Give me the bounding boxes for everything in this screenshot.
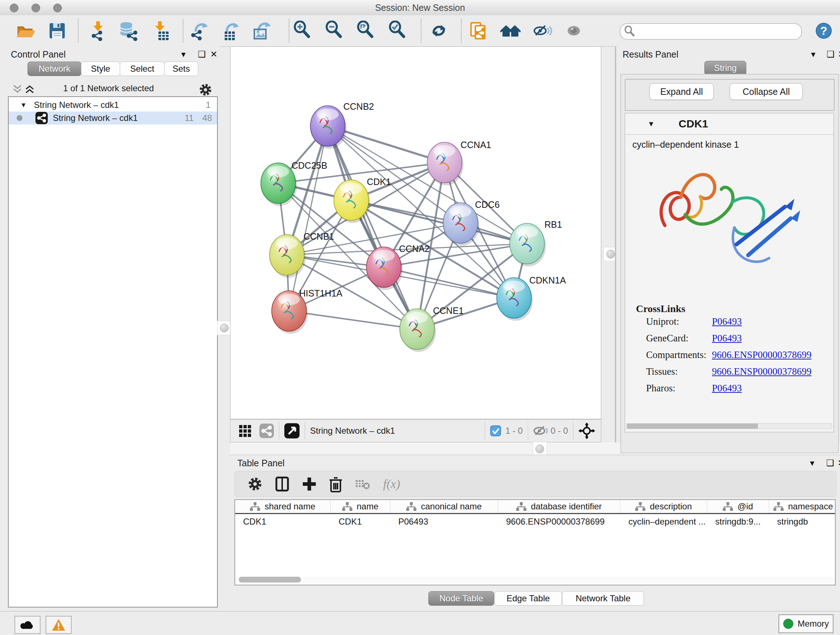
results-panel-close-icon[interactable]: ✕ xyxy=(836,49,840,59)
network-collection-row[interactable]: ▼ String Network – cdk1 1 xyxy=(9,98,217,111)
tab-node-table[interactable]: Node Table xyxy=(428,591,494,606)
table-cell[interactable]: stringdb:9... xyxy=(707,516,769,527)
zoom-fit-icon[interactable] xyxy=(356,20,377,41)
control-panel-float-icon[interactable]: ▾ xyxy=(178,49,189,59)
tab-edge-table[interactable]: Edge Table xyxy=(494,591,562,606)
network-single-view-icon[interactable] xyxy=(259,424,274,438)
tab-sets[interactable]: Sets xyxy=(164,62,198,76)
crosslink-link[interactable]: 9606.ENSP00000378699 xyxy=(712,366,812,377)
search-input[interactable] xyxy=(638,26,801,37)
show-columns-icon[interactable] xyxy=(275,476,290,492)
table-header-row[interactable]: shared namenamecanonical namedatabase id… xyxy=(235,500,835,514)
column-header-canonical-name[interactable]: canonical name xyxy=(390,500,498,513)
function-builder-icon: f(x) xyxy=(383,477,400,491)
export-image-icon[interactable] xyxy=(251,20,272,41)
column-header-name[interactable]: name xyxy=(331,500,390,513)
tab-string[interactable]: String xyxy=(704,61,746,75)
expand-all-networks-icon[interactable] xyxy=(25,84,35,94)
network-node-cdkn1a[interactable]: CDKN1A xyxy=(497,275,566,321)
column-header--id[interactable]: @id xyxy=(707,500,769,513)
network-grid-view-icon[interactable] xyxy=(238,424,253,438)
search-box[interactable] xyxy=(620,23,802,40)
table-cell[interactable]: 9606.ENSP00000378699 xyxy=(498,516,621,527)
table-panel-close-icon[interactable]: ✕ xyxy=(836,458,840,468)
tab-network[interactable]: Network xyxy=(27,62,81,76)
zoom-out-icon[interactable] xyxy=(325,20,346,41)
first-neighbors-icon[interactable] xyxy=(500,20,521,41)
network-row-selected[interactable]: String Network – cdk1 11 48 xyxy=(9,111,217,125)
cloud-status-button[interactable] xyxy=(14,616,41,634)
expand-all-button[interactable]: Expand All xyxy=(649,83,714,100)
delete-column-icon[interactable] xyxy=(329,476,343,492)
network-node-ccne1[interactable]: CCNE1 xyxy=(400,306,464,352)
table-options-gear-icon[interactable] xyxy=(247,476,263,492)
table-row[interactable]: CDK1CDK1P064939606.ENSP00000378699cyclin… xyxy=(235,514,835,529)
results-panel-maximize-icon[interactable]: ❑ xyxy=(825,49,836,59)
network-node-ccnb1[interactable]: CCNB1 xyxy=(270,231,334,278)
hide-selected-icon[interactable] xyxy=(532,20,553,41)
network-node-cdk1[interactable]: CDK1 xyxy=(334,177,391,223)
horizontal-splitter-handle[interactable] xyxy=(532,442,547,456)
warnings-button[interactable] xyxy=(46,616,72,634)
crosslink-link[interactable]: P06493 xyxy=(712,333,742,344)
delete-table-icon xyxy=(355,478,371,490)
export-network-icon[interactable] xyxy=(188,20,209,41)
results-panel: Results Panel ▾ ❑ ✕ String Expand All Co… xyxy=(615,46,840,442)
import-database-icon[interactable] xyxy=(118,20,139,41)
tab-style[interactable]: Style xyxy=(81,62,120,76)
table-cell[interactable]: CDK1 xyxy=(331,516,390,527)
show-all-icon[interactable] xyxy=(563,20,584,41)
entry-expander-icon[interactable]: ▼ xyxy=(647,120,655,128)
table-cell[interactable]: stringdb xyxy=(769,516,836,527)
add-column-icon[interactable] xyxy=(302,476,317,492)
results-panel-float-icon[interactable]: ▾ xyxy=(808,49,819,59)
clone-network-icon[interactable] xyxy=(468,20,489,41)
crosslink-link[interactable]: P06493 xyxy=(712,383,742,394)
string-network-graph[interactable]: CCNB2CCNA1CDC25BCDK1CDC6RB1CCNB1CCNA2CDK… xyxy=(231,47,601,419)
crosslink-link[interactable]: P06493 xyxy=(712,316,742,327)
table-panel-maximize-icon[interactable]: ❑ xyxy=(825,458,836,468)
table-cell[interactable]: cyclin–dependent ... xyxy=(621,516,707,527)
zoom-in-icon[interactable] xyxy=(293,20,314,41)
zoom-selected-icon[interactable] xyxy=(388,20,409,41)
results-horizontal-scrollbar[interactable] xyxy=(627,423,832,429)
fit-selected-crosshair-icon[interactable] xyxy=(578,423,595,439)
table-cell[interactable]: CDK1 xyxy=(235,516,331,527)
selected-checkbox-icon[interactable] xyxy=(490,425,501,436)
memory-button[interactable]: Memory xyxy=(778,614,834,633)
save-icon[interactable] xyxy=(46,20,67,41)
column-header-namespace[interactable]: namespace xyxy=(769,500,836,513)
crosslinks-title: CrossLinks xyxy=(636,303,685,315)
network-node-ccna2[interactable]: CCNA2 xyxy=(366,244,430,290)
network-node-ccnb2[interactable]: CCNB2 xyxy=(310,101,374,149)
help-icon[interactable]: ? xyxy=(813,20,834,41)
open-folder-icon[interactable] xyxy=(14,20,35,41)
import-network-icon[interactable] xyxy=(88,20,109,41)
column-header-database-identifier[interactable]: database identifier xyxy=(498,500,621,513)
export-table-icon[interactable] xyxy=(219,20,240,41)
collapse-all-networks-icon[interactable] xyxy=(12,84,22,94)
left-splitter-handle[interactable] xyxy=(217,321,232,335)
column-header-shared-name[interactable]: shared name xyxy=(235,500,331,513)
network-options-gear-icon[interactable] xyxy=(198,82,213,97)
crosslink-link[interactable]: 9606.ENSP00000378699 xyxy=(712,349,812,361)
tree-expander-icon[interactable]: ▼ xyxy=(20,101,27,109)
network-view-canvas[interactable]: CCNB2CCNA1CDC25BCDK1CDC6RB1CCNB1CCNA2CDK… xyxy=(230,46,601,419)
table-panel-float-icon[interactable]: ▾ xyxy=(807,458,818,468)
node-label-cdkn1a: CDKN1A xyxy=(529,275,566,285)
network-node-ccna1[interactable]: CCNA1 xyxy=(427,140,491,185)
refresh-layout-icon[interactable] xyxy=(428,20,449,41)
control-panel-close-icon[interactable]: ✕ xyxy=(208,49,219,59)
table-cell[interactable]: P06493 xyxy=(390,516,498,527)
birds-eye-view-icon[interactable] xyxy=(284,423,300,439)
tab-select[interactable]: Select xyxy=(120,62,164,76)
network-node-hist1h1a[interactable]: HIST1H1A xyxy=(272,288,343,334)
network-node-rb1[interactable]: RB1 xyxy=(510,219,562,266)
collapse-all-button[interactable]: Collapse All xyxy=(729,83,803,100)
control-panel-maximize-icon[interactable]: ❑ xyxy=(196,49,207,59)
column-header-description[interactable]: description xyxy=(621,500,707,513)
toolbar-separator xyxy=(78,19,79,43)
tab-network-table[interactable]: Network Table xyxy=(562,591,644,606)
import-table-icon[interactable] xyxy=(150,20,171,41)
table-horizontal-scrollbar[interactable] xyxy=(235,577,834,583)
